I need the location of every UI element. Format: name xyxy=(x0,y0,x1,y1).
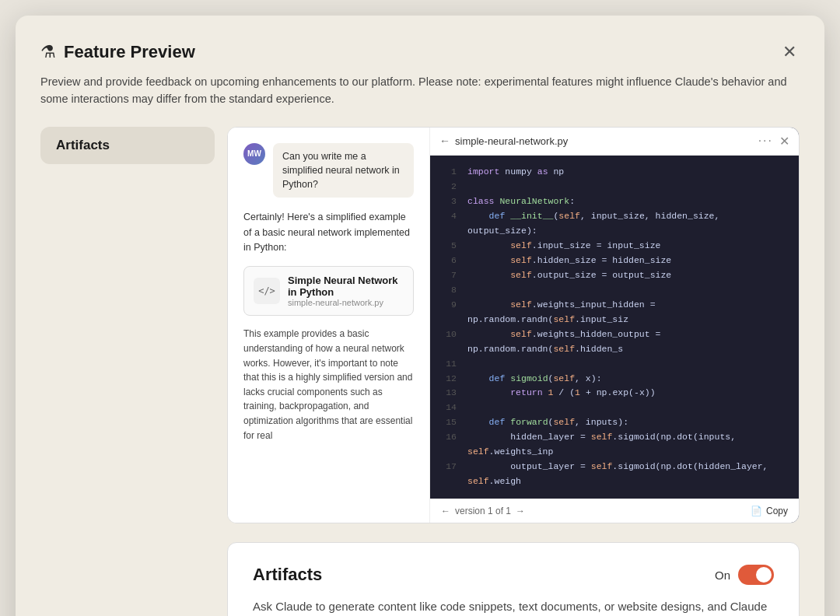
modal-header: ⚗ Feature Preview ✕ xyxy=(40,40,800,64)
copy-button[interactable]: 📄 Copy xyxy=(751,506,788,516)
toggle-knob xyxy=(756,567,772,583)
modal-container: ⚗ Feature Preview ✕ Preview and provide … xyxy=(16,16,824,616)
code-body: 1 import numpy as np 2 3 class NeuralNet… xyxy=(430,156,799,499)
close-button[interactable]: ✕ xyxy=(779,40,800,64)
user-bubble: Can you write me a simplified neural net… xyxy=(273,143,414,198)
code-line: 11 xyxy=(430,357,799,372)
chat-panel: MW Can you write me a simplified neural … xyxy=(228,128,430,523)
sidebar-item-label: Artifacts xyxy=(56,138,110,152)
modal-title: Feature Preview xyxy=(64,42,195,62)
code-line: 8 xyxy=(430,283,799,298)
copy-label: Copy xyxy=(766,506,788,516)
code-line: 13 return 1 / (1 + np.exp(-x)) xyxy=(430,386,799,401)
code-panel: ← simple-neural-network.py ··· ✕ xyxy=(430,128,799,523)
code-line: 9 self.weights_input_hidden = np.random.… xyxy=(430,298,799,327)
back-arrow-icon[interactable]: ← xyxy=(439,135,450,147)
copy-icon: 📄 xyxy=(751,506,762,516)
code-line: 4 def __init__(self, input_size, hidden_… xyxy=(430,209,799,239)
flask-icon: ⚗ xyxy=(40,42,56,62)
preview-inner: MW Can you write me a simplified neural … xyxy=(228,128,799,523)
close-code-icon[interactable]: ✕ xyxy=(779,134,789,149)
code-footer: ← version 1 of 1 → 📄 Copy xyxy=(430,499,799,523)
code-line: 5 self.input_size = input_size xyxy=(430,239,799,254)
code-line: 1 import numpy as np xyxy=(430,165,799,180)
feature-header: Artifacts On xyxy=(253,565,774,585)
next-version-button[interactable]: → xyxy=(516,506,525,516)
modal-title-area: ⚗ Feature Preview xyxy=(40,42,195,62)
user-message-area: MW Can you write me a simplified neural … xyxy=(243,143,414,198)
artifact-name: Simple Neural Network in Python xyxy=(288,275,404,298)
code-lines: 1 import numpy as np 2 3 class NeuralNet… xyxy=(430,165,799,489)
toggle-label: On xyxy=(715,569,730,582)
preview-card: MW Can you write me a simplified neural … xyxy=(227,127,800,523)
code-line: 17 output_layer = self.sigmoid(np.dot(hi… xyxy=(430,460,799,489)
sidebar: Artifacts xyxy=(40,127,227,616)
feature-title: Artifacts xyxy=(253,565,322,585)
code-line: 10 self.weights_hidden_output = np.rando… xyxy=(430,327,799,357)
chat-response-1: Certainly! Here's a simplified example o… xyxy=(243,210,414,255)
code-panel-header: ← simple-neural-network.py ··· ✕ xyxy=(430,128,799,156)
code-line: 15 def forward(self, inputs): xyxy=(430,415,799,430)
code-line: 12 def sigmoid(self, x): xyxy=(430,372,799,387)
code-filename-area: ← simple-neural-network.py xyxy=(439,135,568,147)
dots-menu-icon[interactable]: ··· xyxy=(758,134,773,148)
user-avatar: MW xyxy=(243,143,265,165)
code-line: 2 xyxy=(430,180,799,194)
artifact-info: Simple Neural Network in Python simple-n… xyxy=(288,275,404,307)
toggle-area: On xyxy=(715,565,774,585)
nav-arrows: ← version 1 of 1 → xyxy=(441,506,525,516)
code-line: 14 xyxy=(430,401,799,415)
main-content: MW Can you write me a simplified neural … xyxy=(227,127,800,616)
code-header-actions: ··· ✕ xyxy=(758,134,789,149)
modal-description: Preview and provide feedback on upcoming… xyxy=(40,73,800,108)
prev-version-button[interactable]: ← xyxy=(441,506,450,516)
code-line: 16 hidden_layer = self.sigmoid(np.dot(in… xyxy=(430,430,799,460)
code-filename: simple-neural-network.py xyxy=(455,135,568,147)
code-line: 6 self.hidden_size = hidden_size xyxy=(430,254,799,268)
chat-response-2: This example provides a basic understand… xyxy=(243,327,414,443)
code-line: 3 class NeuralNetwork: xyxy=(430,194,799,209)
feature-section: Artifacts On Ask Claude to generate cont… xyxy=(227,542,800,616)
version-label: version 1 of 1 xyxy=(455,506,511,516)
feature-description: Ask Claude to generate content like code… xyxy=(253,597,774,616)
artifacts-toggle[interactable] xyxy=(738,565,774,585)
modal-body: Artifacts MW Can you write me a simplifi… xyxy=(40,127,800,616)
artifact-code-icon: </> xyxy=(254,278,280,304)
sidebar-item-artifacts[interactable]: Artifacts xyxy=(40,127,215,164)
code-line: 7 self.output_size = output_size xyxy=(430,268,799,283)
artifact-filename: simple-neural-network.py xyxy=(288,298,404,307)
artifact-reference[interactable]: </> Simple Neural Network in Python simp… xyxy=(243,266,414,316)
